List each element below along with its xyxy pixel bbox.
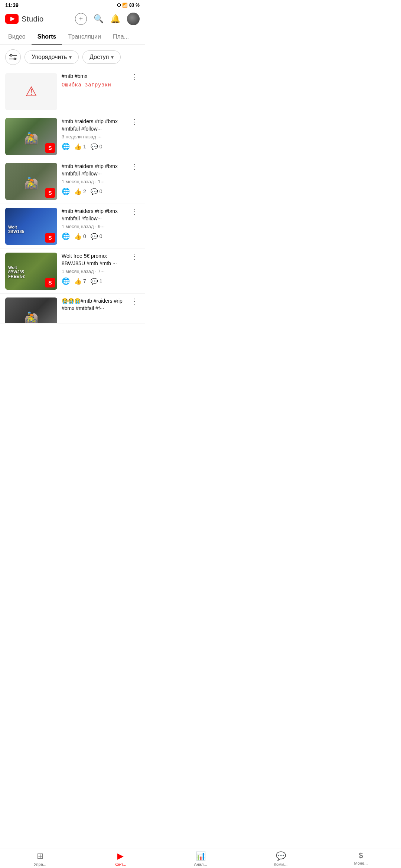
studio-label: Studio <box>22 15 44 23</box>
comment-count: 0 <box>100 188 102 194</box>
svg-point-3 <box>10 55 12 56</box>
shorts-badge-icon: S <box>48 235 52 241</box>
comments-stat: 💬 1 <box>91 278 102 285</box>
tab-video[interactable]: Видео <box>2 29 32 45</box>
warning-icon: ⚠ <box>25 84 37 99</box>
bell-button[interactable]: 🔔 <box>110 14 120 24</box>
video-info: #mtb #raiders #rip #bmx #mtbfail #follow… <box>62 118 140 151</box>
video-title: #mtb #raiders #rip #bmx #mtbfail #follow… <box>62 208 129 222</box>
shorts-badge-icon: S <box>48 190 52 196</box>
bike-icon: 🚵 <box>25 177 38 190</box>
title-row: Wolt free 5€ promo: 8BWJ85U #mtb #mtb ··… <box>62 253 140 267</box>
sliders-icon <box>9 54 17 60</box>
access-button[interactable]: Доступ ▾ <box>82 50 121 64</box>
like-count: 2 <box>83 188 86 194</box>
more-button[interactable]: ⋮ <box>129 73 140 80</box>
like-icon: 👍 <box>74 188 82 195</box>
access-label: Доступ <box>89 54 109 60</box>
sort-chevron-icon: ▾ <box>69 54 72 60</box>
content-list: ⚠ #mtb #bmx ⋮ Ошибка загрузки 🚵 S #mtb #… <box>0 69 145 361</box>
comment-icon: 💬 <box>91 278 98 285</box>
more-button[interactable]: ⋮ <box>129 253 140 260</box>
error-text: Ошибка загрузки <box>62 82 140 88</box>
globe-icon: 🌐 <box>62 232 70 240</box>
video-meta: 1 месяц назад · 1··· <box>62 179 140 184</box>
search-button[interactable]: 🔍 <box>94 14 104 24</box>
shorts-badge-icon: S <box>48 280 52 286</box>
logo-area: Studio <box>5 14 44 24</box>
shorts-badge: S <box>45 233 55 243</box>
globe-icon: 🌐 <box>62 142 70 151</box>
tab-playlists[interactable]: Пла... <box>107 29 135 45</box>
comment-icon: 💬 <box>91 143 98 150</box>
video-info: 😭😭😭#mtb #raiders #rip #bmx #mtbfail #f··… <box>62 297 140 312</box>
table-row: 🚵 S #mtb #raiders #rip #bmx #mtbfail #fo… <box>0 114 145 159</box>
table-row: 🚵 😭😭😭#mtb #raiders #rip #bmx #mtbfail #f… <box>0 294 145 323</box>
sort-button[interactable]: Упорядочить ▾ <box>25 50 79 64</box>
title-row: #mtb #raiders #rip #bmx #mtbfail #follow… <box>62 208 140 222</box>
like-count: 1 <box>83 144 86 149</box>
add-button[interactable]: + <box>75 13 87 25</box>
video-info: Wolt free 5€ promo: 8BWJ85U #mtb #mtb ··… <box>62 253 140 285</box>
comment-icon: 💬 <box>91 233 98 240</box>
more-button[interactable]: ⋮ <box>129 163 140 170</box>
comment-count: 0 <box>100 233 102 239</box>
error-thumb: ⚠ <box>5 73 57 110</box>
more-button[interactable]: ⋮ <box>129 118 140 125</box>
globe-icon: 🌐 <box>62 187 70 195</box>
battery-icon: % <box>136 3 140 8</box>
top-icons: + 🔍 🔔 <box>75 13 140 25</box>
like-icon: 👍 <box>74 143 82 150</box>
shorts-badge-icon: S <box>48 145 52 151</box>
video-meta: 1 месяц назад · 7··· <box>62 269 140 274</box>
comment-count: 0 <box>100 144 102 149</box>
thumbnail-2: 🚵 S <box>5 163 57 200</box>
more-button[interactable]: ⋮ <box>129 208 140 215</box>
video-stats: 🌐 👍 0 💬 0 <box>62 232 140 240</box>
bike-icon: 🚵 <box>25 311 38 323</box>
video-stats: 🌐 👍 2 💬 0 <box>62 187 140 195</box>
comment-count: 1 <box>100 278 102 284</box>
video-title: #mtb #raiders #rip #bmx #mtbfail #follow… <box>62 118 129 132</box>
title-row: 😭😭😭#mtb #raiders #rip #bmx #mtbfail #f··… <box>62 297 140 312</box>
video-info: #mtb #raiders #rip #bmx #mtbfail #follow… <box>62 208 140 240</box>
tab-shorts[interactable]: Shorts <box>32 29 62 45</box>
like-icon: 👍 <box>74 278 82 285</box>
filter-icon-button[interactable] <box>5 49 21 65</box>
bell-icon: 🔔 <box>110 14 120 23</box>
avatar-button[interactable] <box>127 13 140 25</box>
thumb-label: Wolt8BWJ85FREE 5€ <box>8 265 25 279</box>
video-stats: 🌐 👍 1 💬 0 <box>62 142 140 151</box>
video-info: #mtb #raiders #rip #bmx #mtbfail #follow… <box>62 163 140 195</box>
table-row: ⚠ #mtb #bmx ⋮ Ошибка загрузки <box>0 69 145 114</box>
thumbnail-4: Wolt8BWJ85FREE 5€ S <box>5 253 57 290</box>
table-row: Wolt3BW185 S #mtb #raiders #rip #bmx #mt… <box>0 204 145 249</box>
comments-stat: 💬 0 <box>91 233 102 240</box>
comments-stat: 💬 0 <box>91 188 102 195</box>
likes-stat: 👍 7 <box>74 278 86 285</box>
more-button[interactable]: ⋮ <box>129 297 140 305</box>
search-icon: 🔍 <box>94 14 104 23</box>
access-chevron-icon: ▾ <box>111 54 114 60</box>
add-icon: + <box>79 15 83 23</box>
sort-label: Упорядочить <box>32 54 67 60</box>
time: 11:39 <box>5 2 19 8</box>
shorts-badge: S <box>45 143 55 153</box>
likes-stat: 👍 1 <box>74 143 86 150</box>
thumbnail-5: 🚵 <box>5 297 57 323</box>
bike-icon: 🚵 <box>25 132 38 145</box>
globe-icon: 🌐 <box>62 277 70 285</box>
thumb-label: Wolt3BW185 <box>8 225 24 234</box>
comments-stat: 💬 0 <box>91 143 102 150</box>
signal-icon: 📶 <box>122 3 128 8</box>
shorts-badge: S <box>45 278 55 287</box>
video-title: 😭😭😭#mtb #raiders #rip #bmx #mtbfail #f··… <box>62 297 129 312</box>
avatar <box>127 13 140 25</box>
video-title: Wolt free 5€ promo: 8BWJ85U #mtb #mtb ··… <box>62 253 129 267</box>
tab-streams[interactable]: Трансляции <box>62 29 107 45</box>
likes-stat: 👍 2 <box>74 188 86 195</box>
top-bar: Studio + 🔍 🔔 <box>0 10 145 29</box>
status-icons: ⬡ 📶 83 % <box>117 3 140 8</box>
status-bar: 11:39 ⬡ 📶 83 % <box>0 0 145 10</box>
filter-bar: Упорядочить ▾ Доступ ▾ <box>0 45 145 69</box>
